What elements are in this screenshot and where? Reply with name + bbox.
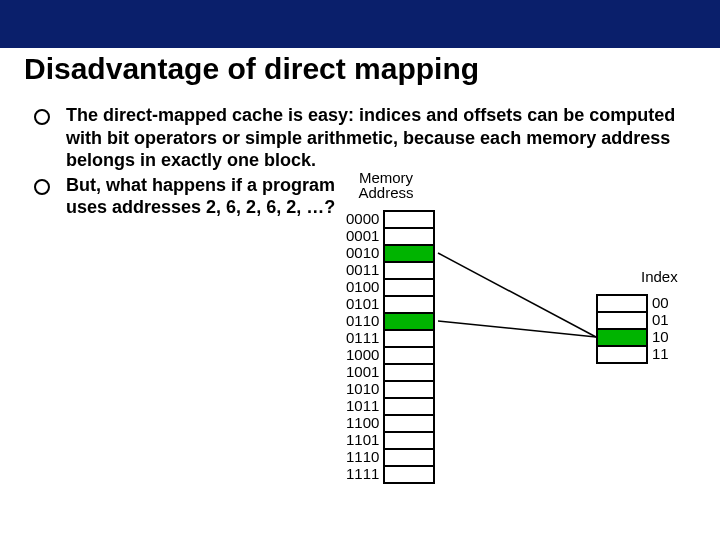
memory-address: 1111 — [346, 465, 379, 482]
memory-address: 1100 — [346, 414, 379, 431]
memory-addresses: 0000000100100011010001010110011110001001… — [346, 210, 379, 484]
slide-title: Disadvantage of direct mapping — [24, 52, 720, 86]
memory-address: 1011 — [346, 397, 379, 414]
cache-index: 00 — [652, 294, 669, 311]
bullet-item: But, what happens if a program uses addr… — [34, 174, 696, 219]
memory-cell — [385, 297, 433, 314]
memory-address: 0011 — [346, 261, 379, 278]
bullet-marker-icon — [34, 179, 50, 195]
memory-cell — [385, 382, 433, 399]
cache-cell — [598, 313, 646, 330]
cache-cell — [598, 330, 646, 347]
cache-cell — [598, 296, 646, 313]
memory-address: 1101 — [346, 431, 379, 448]
bullet-list: The direct-mapped cache is easy: indices… — [34, 104, 696, 219]
memory-address: 1010 — [346, 380, 379, 397]
memory-column — [383, 210, 435, 484]
index-label: Index — [641, 268, 678, 285]
memory-label: Memory Address — [346, 170, 426, 202]
svg-line-0 — [438, 253, 596, 337]
memory-cell — [385, 365, 433, 382]
memory-cell — [385, 416, 433, 433]
cache-index: 10 — [652, 328, 669, 345]
cache-cell — [598, 347, 646, 364]
memory-label-line: Memory — [346, 170, 426, 186]
memory-cell — [385, 263, 433, 280]
memory-address: 0001 — [346, 227, 379, 244]
memory-label-line: Address — [346, 185, 426, 201]
memory-cell — [385, 433, 433, 450]
memory-address: 1000 — [346, 346, 379, 363]
memory-cell — [385, 348, 433, 365]
memory-address: 0100 — [346, 278, 379, 295]
memory-address: 0110 — [346, 312, 379, 329]
memory-address: 0101 — [346, 295, 379, 312]
top-band — [0, 0, 720, 48]
bullet-item: The direct-mapped cache is easy: indices… — [34, 104, 696, 172]
memory-address: 0111 — [346, 329, 379, 346]
memory-cell — [385, 467, 433, 484]
memory-cell — [385, 246, 433, 263]
memory-cell — [385, 331, 433, 348]
memory-address: 1001 — [346, 363, 379, 380]
memory-address: 0010 — [346, 244, 379, 261]
cache-index: 01 — [652, 311, 669, 328]
bullet-text: But, what happens if a program uses addr… — [66, 174, 336, 219]
cache-column — [596, 294, 648, 364]
memory-column-group: 0000000100100011010001010110011110001001… — [346, 210, 435, 484]
memory-cell — [385, 450, 433, 467]
memory-cell — [385, 280, 433, 297]
bullet-text: The direct-mapped cache is easy: indices… — [66, 104, 696, 172]
cache-indices: 00011011 — [652, 294, 669, 364]
memory-cell — [385, 399, 433, 416]
memory-cell — [385, 229, 433, 246]
memory-address: 0000 — [346, 210, 379, 227]
memory-address: 1110 — [346, 448, 379, 465]
svg-line-1 — [438, 321, 596, 337]
memory-cell — [385, 212, 433, 229]
cache-column-group: 00011011 — [596, 294, 669, 364]
memory-cell — [385, 314, 433, 331]
cache-index: 11 — [652, 345, 669, 362]
bullet-marker-icon — [34, 109, 50, 125]
